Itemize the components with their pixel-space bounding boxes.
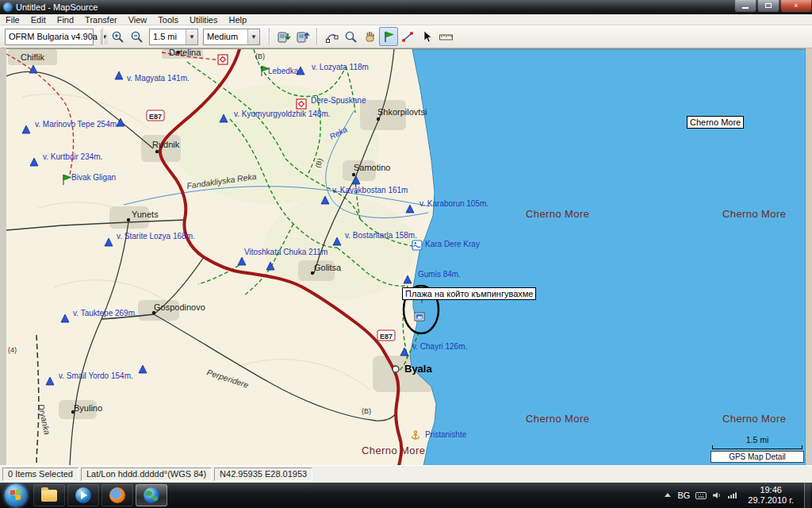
app-icon bbox=[3, 2, 13, 12]
map-label: v. Bostantarla 158m. bbox=[345, 231, 417, 240]
diamond-icon[interactable] bbox=[218, 55, 228, 64]
selection-tool-button[interactable] bbox=[417, 27, 436, 46]
map-label: Golitsa bbox=[314, 263, 342, 272]
dot-icon[interactable] bbox=[127, 218, 130, 221]
dot-icon[interactable] bbox=[377, 117, 380, 121]
minimize-button[interactable] bbox=[734, 0, 756, 12]
hand-tool-button[interactable] bbox=[360, 27, 379, 46]
toolbar-separator bbox=[102, 28, 104, 45]
map-label: Cherno More bbox=[362, 444, 425, 456]
taskbar: BG 19:46 29.7.2010 г. bbox=[0, 483, 812, 508]
route-tool-button[interactable] bbox=[322, 27, 341, 46]
globe-icon bbox=[144, 487, 159, 503]
ruler-icon bbox=[439, 30, 454, 44]
road-shield: E87 bbox=[147, 110, 164, 121]
dot-icon[interactable] bbox=[352, 173, 355, 176]
map-label: v. Lozyata 118m bbox=[312, 63, 369, 71]
town-circle-icon[interactable] bbox=[393, 366, 399, 372]
map-label: Vitoshkata Chuka 211m bbox=[244, 248, 327, 256]
chevron-down-icon[interactable]: ▼ bbox=[186, 29, 197, 44]
map-label: Gospodinovo bbox=[154, 302, 205, 312]
toolbar-separator bbox=[269, 28, 270, 45]
network-icon[interactable] bbox=[727, 491, 737, 499]
statusbar: 0 Items Selected Lat/Lon hddd.ddddd°(WGS… bbox=[0, 465, 812, 483]
zoom-out-icon bbox=[130, 30, 144, 44]
receive-from-device-icon bbox=[296, 30, 310, 44]
menu-transfer[interactable]: Transfer bbox=[79, 14, 123, 25]
taskbar-mapsource-button[interactable] bbox=[136, 484, 167, 506]
map-label: (4) bbox=[8, 346, 17, 354]
hand-icon bbox=[363, 30, 377, 44]
clock-date: 29.7.2010 г. bbox=[748, 495, 794, 506]
map-label: Detelina bbox=[169, 49, 201, 57]
maximize-button[interactable] bbox=[757, 0, 779, 12]
scale-distance-label: 1.5 mi bbox=[710, 435, 804, 444]
map-label: v. Karaborun 105m. bbox=[419, 199, 488, 208]
taskbar-explorer-button[interactable] bbox=[33, 484, 65, 506]
diamond-icon[interactable] bbox=[297, 99, 306, 109]
connect-tool-button[interactable] bbox=[398, 27, 417, 46]
system-tray: BG 19:46 29.7.2010 г. bbox=[664, 483, 812, 508]
send-to-device-button[interactable] bbox=[274, 27, 293, 46]
scale-bar bbox=[712, 445, 802, 449]
map-label: Kara Dere Kray bbox=[425, 240, 480, 248]
clock-time: 19:46 bbox=[748, 485, 794, 495]
map-label: Samotino bbox=[354, 163, 390, 172]
zoom-tool-button[interactable] bbox=[341, 27, 360, 46]
menu-tools[interactable]: Tools bbox=[152, 14, 184, 25]
menu-find[interactable]: Find bbox=[52, 14, 79, 25]
titlebar: Untitled - MapSource × bbox=[0, 0, 812, 14]
volume-icon[interactable] bbox=[712, 491, 722, 499]
zoom-in-button[interactable] bbox=[108, 27, 127, 46]
dot-icon[interactable] bbox=[155, 150, 159, 153]
toolbar: OFRM Bulgaria v4.90a ▼ 1.5 mi ▼ Medium ▼ bbox=[0, 25, 812, 48]
taskbar-clock[interactable]: 19:46 29.7.2010 г. bbox=[743, 485, 799, 506]
map-label: Cherno More bbox=[722, 208, 786, 220]
language-indicator[interactable]: BG bbox=[677, 491, 690, 500]
road-shield: E87 bbox=[377, 330, 395, 341]
map-scale-select[interactable]: 1.5 mi ▼ bbox=[149, 29, 198, 45]
svg-text:E87: E87 bbox=[149, 113, 162, 121]
windows-logo-icon bbox=[10, 489, 21, 501]
map-label: v. Kurtbair 234m. bbox=[43, 152, 102, 161]
waypoint-tool-button[interactable] bbox=[379, 27, 398, 46]
keyboard-icon[interactable] bbox=[695, 492, 707, 499]
tray-expand-icon[interactable] bbox=[664, 492, 672, 498]
start-button[interactable] bbox=[5, 484, 27, 506]
show-desktop-button[interactable] bbox=[804, 483, 810, 508]
map-label: v. Kavakbostan 161m bbox=[332, 186, 408, 194]
menu-edit[interactable]: Edit bbox=[25, 14, 52, 25]
map-viewport[interactable]: E87E87ChiflikDetelinav. Magyata 141m.Leb… bbox=[6, 48, 806, 465]
firefox-icon bbox=[109, 487, 125, 503]
status-coordinate-format: Lat/Lon hddd.ddddd°(WGS 84) bbox=[81, 468, 212, 481]
menu-file[interactable]: File bbox=[0, 14, 25, 25]
taskbar-media-player-button[interactable] bbox=[67, 484, 99, 506]
taskbar-firefox-button[interactable] bbox=[102, 484, 133, 506]
map-label: Lebedka bbox=[268, 67, 299, 75]
menu-utilities[interactable]: Utilities bbox=[184, 14, 223, 25]
connect-points-icon bbox=[401, 30, 415, 44]
map-label: Dere-Spuskane bbox=[311, 96, 366, 105]
close-button[interactable]: × bbox=[780, 0, 812, 12]
menubar: File Edit Find Transfer View Tools Utili… bbox=[0, 14, 812, 25]
swim-icon[interactable] bbox=[412, 241, 422, 250]
map-label: Shkorpilovtsi bbox=[377, 107, 427, 117]
chevron-down-icon[interactable]: ▼ bbox=[247, 29, 259, 44]
map-scale-indicator: 1.5 mi GPS Map Detail bbox=[710, 435, 804, 463]
map-label: v. Kyumyurgyoldzhik 148m. bbox=[234, 110, 331, 118]
zoom-out-button[interactable] bbox=[127, 27, 146, 46]
map-detail-select[interactable]: Medium ▼ bbox=[203, 29, 260, 45]
map-product-select[interactable]: OFRM Bulgaria v4.90a ▼ bbox=[5, 29, 94, 45]
menu-help[interactable]: Help bbox=[223, 14, 252, 25]
send-to-device-icon bbox=[277, 30, 291, 44]
receive-from-device-button[interactable] bbox=[293, 27, 312, 46]
map-label: Yunets bbox=[132, 210, 159, 219]
map-label: (B) bbox=[255, 52, 265, 60]
distance-tool-button[interactable] bbox=[436, 27, 455, 46]
menu-view[interactable]: View bbox=[123, 14, 153, 25]
photo-icon[interactable] bbox=[415, 313, 424, 321]
svg-text:E87: E87 bbox=[380, 333, 393, 341]
window-title: Untitled - MapSource bbox=[16, 2, 98, 12]
map-label: v. Chayri 126m. bbox=[412, 342, 467, 351]
route-tool-icon bbox=[325, 30, 339, 44]
